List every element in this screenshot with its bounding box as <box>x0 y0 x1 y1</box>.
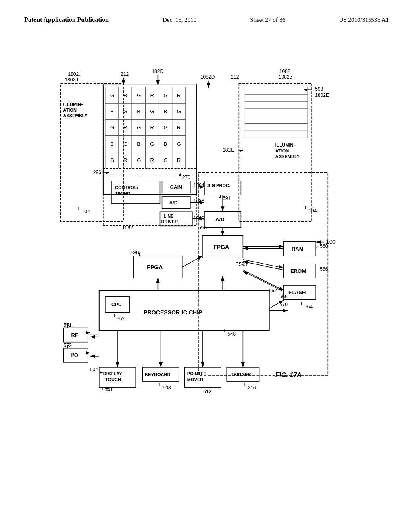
page-header: Patent Application Publication Dec. 16, … <box>24 16 389 23</box>
svg-text:562: 562 <box>269 288 277 293</box>
svg-text:└: └ <box>304 206 307 212</box>
svg-rect-89 <box>245 87 308 94</box>
patent-number: US 2010/315536 A1 <box>339 17 389 23</box>
svg-text:G: G <box>110 125 114 131</box>
svg-text:1084: 1084 <box>194 183 204 188</box>
svg-line-159 <box>243 262 283 270</box>
svg-text:└: └ <box>198 387 202 393</box>
svg-text:1082,: 1082, <box>280 69 292 74</box>
publication-date: Dec. 16, 2010 <box>163 17 196 23</box>
svg-line-165 <box>243 271 283 291</box>
svg-text:552: 552 <box>117 316 125 322</box>
svg-text:LINE: LINE <box>164 214 174 218</box>
svg-text:504T: 504T <box>102 387 113 393</box>
svg-text:R: R <box>123 125 127 131</box>
svg-text:G: G <box>164 157 168 163</box>
svg-text:G: G <box>164 92 168 98</box>
svg-text:1082e: 1082e <box>279 74 292 80</box>
svg-text:CONTROL/: CONTROL/ <box>115 185 138 190</box>
svg-text:ILLUMIN–: ILLUMIN– <box>63 102 83 107</box>
svg-text:RF: RF <box>71 332 78 338</box>
svg-line-148 <box>182 256 202 267</box>
svg-text:504: 504 <box>90 367 98 372</box>
sheet-info: Sheet 27 of 36 <box>250 17 285 23</box>
svg-text:564: 564 <box>305 304 313 310</box>
svg-text:KEYBOARD: KEYBOARD <box>145 372 170 377</box>
svg-text:R: R <box>150 92 154 98</box>
svg-text:B: B <box>164 141 167 147</box>
svg-text:1802,: 1802, <box>68 71 80 77</box>
svg-text:1082D: 1082D <box>200 74 215 80</box>
svg-text:PROCESSOR IC CHIP: PROCESSOR IC CHIP <box>144 309 202 316</box>
svg-rect-91 <box>245 102 308 109</box>
svg-text:B: B <box>110 108 114 114</box>
svg-text:G: G <box>137 92 141 98</box>
svg-text:POINTER: POINTER <box>187 371 207 376</box>
svg-text:TOUCH: TOUCH <box>105 377 121 382</box>
page: Patent Application Publication Dec. 16, … <box>0 0 413 532</box>
svg-text:104: 104 <box>309 208 317 214</box>
svg-rect-92 <box>245 109 308 116</box>
svg-text:EROM: EROM <box>290 268 306 274</box>
svg-text:FPGA: FPGA <box>213 244 229 250</box>
svg-text:TIMING: TIMING <box>115 191 131 196</box>
svg-text:G: G <box>150 108 154 114</box>
svg-text:RAM: RAM <box>292 246 304 252</box>
svg-text:FPGA: FPGA <box>147 264 163 270</box>
svg-text:1092: 1092 <box>122 225 133 231</box>
svg-text:296: 296 <box>93 170 101 175</box>
svg-text:CPU: CPU <box>111 302 121 308</box>
svg-text:G: G <box>123 141 127 147</box>
svg-text:G: G <box>177 141 181 147</box>
svg-text:G: G <box>177 108 181 114</box>
svg-text:└: └ <box>77 207 81 212</box>
svg-text:B: B <box>164 108 167 114</box>
svg-rect-94 <box>245 123 308 131</box>
svg-text:R: R <box>177 92 181 98</box>
svg-text:570: 570 <box>280 302 288 308</box>
svg-text:R: R <box>123 157 127 163</box>
svg-text:212: 212 <box>231 74 239 80</box>
publication-title: Patent Application Publication <box>24 16 109 23</box>
svg-text:FLASH: FLASH <box>288 289 306 295</box>
svg-text:G: G <box>150 141 154 147</box>
svg-text:G: G <box>137 125 141 131</box>
svg-rect-138 <box>198 173 328 375</box>
svg-text:182D: 182D <box>152 69 163 74</box>
svg-text:A/D: A/D <box>169 200 178 206</box>
svg-text:└: └ <box>117 223 121 229</box>
svg-text:B: B <box>110 141 114 147</box>
svg-text:G: G <box>110 92 114 98</box>
patent-diagram: 1802, 1802d 212 182D 1082D 212 1082, 108… <box>24 52 389 508</box>
svg-text:└: └ <box>300 302 303 308</box>
svg-text:R: R <box>177 157 181 163</box>
svg-text:B: B <box>137 108 140 114</box>
svg-text:└: └ <box>243 383 246 389</box>
svg-text:182E: 182E <box>223 147 234 153</box>
svg-text:ATION: ATION <box>275 148 289 153</box>
svg-text:DRIVER: DRIVER <box>161 219 178 224</box>
svg-text:508: 508 <box>163 385 171 391</box>
svg-text:TRIGGER: TRIGGER <box>231 372 251 377</box>
svg-text:MOVER: MOVER <box>187 377 203 382</box>
svg-rect-95 <box>245 131 308 138</box>
svg-text:212: 212 <box>121 71 129 77</box>
svg-text:216: 216 <box>248 385 256 391</box>
svg-line-158 <box>243 260 283 268</box>
svg-text:I/O: I/O <box>71 352 78 358</box>
svg-text:1802d: 1802d <box>65 77 78 83</box>
svg-text:SIG  PROC.: SIG PROC. <box>207 183 230 188</box>
svg-text:566: 566 <box>320 266 328 272</box>
svg-text:└: └ <box>223 329 226 335</box>
svg-text:592: 592 <box>198 225 206 231</box>
diagram-area: 1802, 1802d 212 182D 1082D 212 1082, 108… <box>24 52 389 508</box>
svg-text:ATION: ATION <box>63 108 77 112</box>
svg-text:G: G <box>164 125 168 131</box>
svg-text:B: B <box>137 141 140 147</box>
svg-text:566: 566 <box>280 294 288 299</box>
svg-text:512: 512 <box>203 389 211 395</box>
svg-text:G: G <box>110 157 114 163</box>
svg-text:A/D: A/D <box>215 216 224 222</box>
svg-text:ASSEMBLY: ASSEMBLY <box>275 154 300 159</box>
svg-text:R: R <box>150 157 154 163</box>
